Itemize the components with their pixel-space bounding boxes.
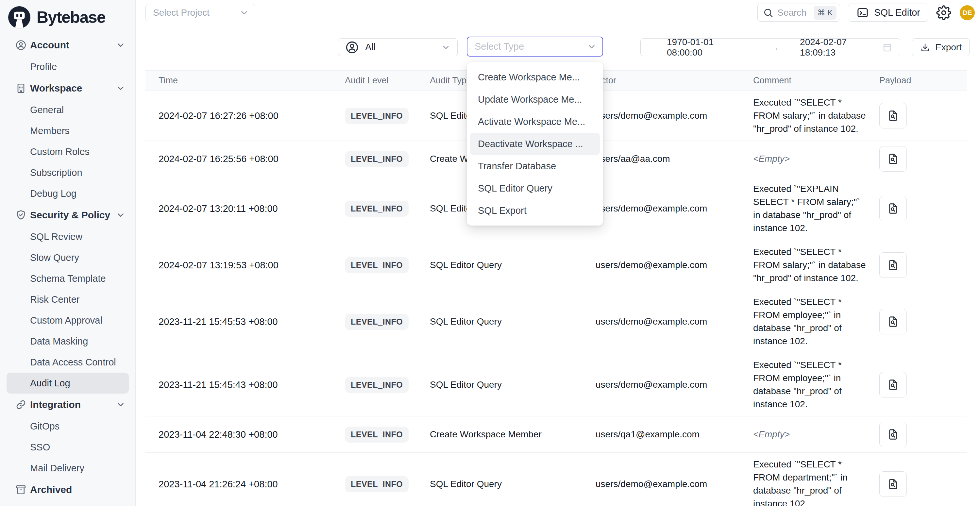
sidebar-item[interactable]: Archived [0,479,135,501]
brand-name: Bytebase [37,8,105,27]
type-dropdown-menu: Create Workspace Me... Update Workspace … [467,62,603,226]
payload-view-button[interactable] [879,103,907,129]
sidebar-item[interactable]: Custom Roles [0,141,135,162]
sidebar-item[interactable]: Members [0,120,135,141]
audit-level-badge: LEVEL_INFO [345,201,409,217]
sidebar-item[interactable]: Audit Log [6,372,129,393]
building-icon [15,83,27,94]
sidebar-item[interactable]: Workspace [0,77,135,99]
actor-cell: users/demo@example.com [596,317,753,327]
column-header-comment: Comment [753,75,879,86]
file-search-icon [887,379,899,391]
sidebar-item[interactable]: Risk Center [0,289,135,310]
actor-cell: users/demo@example.com [596,260,753,271]
type-option[interactable]: Update Workspace Me... [470,88,600,110]
settings-gear-button[interactable] [936,5,952,21]
payload-view-button[interactable] [879,471,907,497]
time-cell: 2024-02-07 16:27:26 +08:00 [159,110,345,121]
comment-cell: Executed `"SELECT * FROM salary;"` in da… [753,245,879,285]
type-option[interactable]: Activate Workspace Me... [470,110,600,133]
sidebar-item[interactable]: Subscription [0,162,135,183]
level-cell: LEVEL_INFO [345,426,430,442]
actor-cell: users/demo@example.com [596,380,753,390]
level-cell: LEVEL_INFO [345,476,430,492]
audit-level-badge: LEVEL_INFO [345,108,409,124]
type-option[interactable]: Create Workspace Me... [470,66,600,88]
sidebar-item[interactable]: Data Access Control [0,352,135,372]
column-header-time: Time [159,75,345,86]
actor-filter-select[interactable]: All [338,38,458,56]
gear-icon [936,5,951,20]
search-icon [763,8,773,18]
search-input[interactable]: Search ⌘ K [757,3,840,22]
date-range-picker[interactable]: 1970-01-01 08:00:00 → 2024-02-07 18:09:1… [640,38,900,56]
payload-view-button[interactable] [879,422,907,447]
sidebar-item[interactable]: Security & Policy [0,204,135,226]
type-filter-select[interactable]: Select Type [467,37,603,57]
comment-cell: Executed `"SELECT * FROM department;"` i… [753,458,879,506]
sidebar-item[interactable]: Mail Delivery [0,458,135,479]
sidebar-item[interactable]: Schema Template [0,268,135,289]
sidebar-item[interactable]: General [0,99,135,120]
type-option[interactable]: SQL Editor Query [470,177,600,199]
payload-cell [879,422,967,447]
audit-log-row: 2023-11-04 22:48:30 +08:00 LEVEL_INFO Cr… [145,417,967,453]
file-search-icon [887,153,899,165]
type-filter-placeholder: Select Type [475,41,587,52]
shield-icon [15,209,27,221]
select-project-label: Select Project [153,8,210,18]
comment-cell: <Empty> [753,152,879,165]
file-search-icon [887,110,899,122]
type-cell: SQL Editor Query [430,479,596,489]
sidebar-item[interactable]: Data Masking [0,331,135,352]
payload-view-button[interactable] [879,309,907,334]
sidebar-item[interactable]: Slow Query [0,247,135,268]
sidebar: Bytebase Account Profile Workspace [0,0,136,506]
type-option[interactable]: SQL Export [470,199,600,222]
chevron-down-icon [441,43,451,52]
user-avatar[interactable]: DE [960,5,975,20]
file-search-icon [887,315,899,328]
comment-cell: <Empty> [753,428,879,441]
payload-cell [879,196,967,221]
type-option[interactable]: Transfer Database [470,155,600,177]
date-range-end: 2024-02-07 18:09:13 [800,37,882,58]
comment-cell: Executed `"EXPLAIN SELECT * FROM salary;… [753,182,879,235]
time-cell: 2023-11-21 15:45:43 +08:00 [159,380,345,390]
select-project-dropdown[interactable]: Select Project [145,4,255,21]
payload-cell [879,309,967,334]
search-shortcut-badge: ⌘ K [814,6,837,20]
chevron-down-icon [587,42,597,52]
brand-logo[interactable]: Bytebase [0,0,135,32]
sidebar-item[interactable]: Profile [0,56,135,77]
sql-editor-button[interactable]: SQL Editor [848,3,928,22]
sidebar-item[interactable]: Integration [0,393,135,416]
payload-view-button[interactable] [879,252,907,278]
sidebar-item[interactable]: Debug Log [0,183,135,204]
audit-level-badge: LEVEL_INFO [345,314,409,330]
chevron-down-icon [239,8,249,18]
sidebar-item[interactable]: GitOps [0,416,135,437]
actor-cell: users/demo@example.com [596,479,753,489]
time-cell: 2024-02-07 13:20:11 +08:00 [159,203,345,214]
level-cell: LEVEL_INFO [345,314,430,330]
type-cell: SQL Editor Query [430,380,596,390]
file-search-icon [887,259,899,271]
column-header-audit-level: Audit Level [345,75,430,86]
payload-cell [879,146,967,172]
app-window: Bytebase Account Profile Workspace [0,0,980,506]
export-button[interactable]: Export [912,38,970,56]
payload-view-button[interactable] [879,196,907,221]
type-option[interactable]: Deactivate Workspace ... [470,133,600,155]
sidebar-item[interactable]: Custom Approval [0,310,135,331]
audit-level-badge: LEVEL_INFO [345,151,409,167]
sidebar-item[interactable]: SQL Review [0,226,135,247]
sidebar-item[interactable]: Account [0,34,135,56]
sidebar-item[interactable]: SSO [0,437,135,458]
time-cell: 2024-02-07 13:19:53 +08:00 [159,260,345,271]
payload-view-button[interactable] [879,146,907,172]
chevron-down-icon [116,83,126,93]
chevron-down-icon [116,40,126,50]
payload-view-button[interactable] [879,372,907,398]
audit-log-row: 2023-11-21 15:45:53 +08:00 LEVEL_INFO SQ… [145,290,967,353]
